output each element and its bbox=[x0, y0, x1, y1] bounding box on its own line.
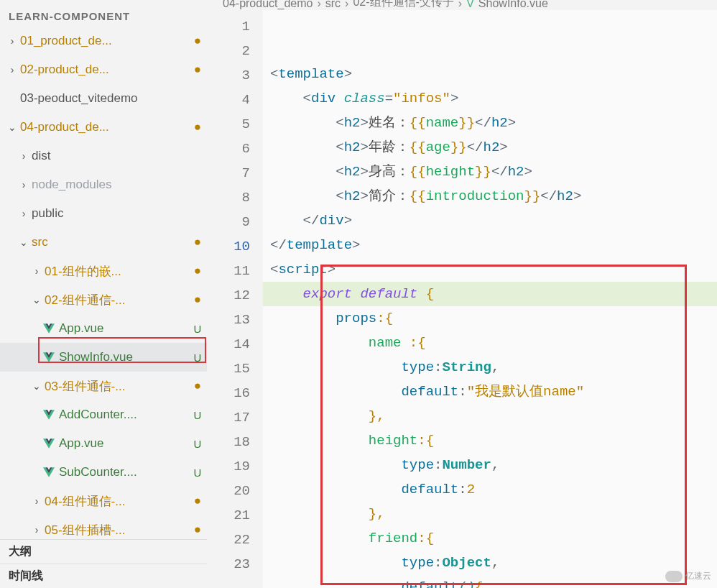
breadcrumb-item[interactable]: 02-组件通信-父传子 bbox=[353, 0, 453, 10]
line-number: 3 bbox=[207, 63, 263, 88]
file-item[interactable]: SubCounter....U bbox=[0, 458, 207, 487]
chevron-down-icon[interactable]: ⌄ bbox=[6, 121, 19, 133]
git-status-badge: U bbox=[188, 467, 207, 479]
line-number: 17 bbox=[207, 405, 263, 430]
code-token: export default bbox=[303, 286, 426, 302]
code-line[interactable]: default:"我是默认值name" bbox=[263, 380, 717, 404]
chevron-down-icon[interactable]: ⌄ bbox=[30, 294, 43, 306]
git-status-badge: U bbox=[188, 323, 207, 335]
code-line[interactable]: height:{ bbox=[263, 428, 717, 453]
chevron-right-icon[interactable]: › bbox=[17, 179, 30, 190]
code-token: < bbox=[336, 139, 343, 155]
code-line[interactable]: }, bbox=[263, 502, 717, 526]
chevron-down-icon[interactable]: ⌄ bbox=[30, 380, 43, 392]
tree-item-label: 03-组件通信-... bbox=[43, 378, 188, 395]
code-line[interactable]: default(){ bbox=[263, 575, 717, 588]
folder-item[interactable]: ›dist bbox=[0, 142, 207, 170]
folder-item[interactable]: ⌄src● bbox=[0, 228, 207, 257]
code-token: < bbox=[336, 164, 343, 180]
line-number: 2 bbox=[207, 39, 263, 63]
line-number: 14 bbox=[207, 332, 263, 357]
outline-panel[interactable]: 大纲 bbox=[0, 539, 207, 564]
chevron-right-icon[interactable]: › bbox=[30, 495, 43, 507]
vue-icon bbox=[43, 352, 55, 362]
code-token: default bbox=[401, 482, 458, 497]
folder-item[interactable]: ›05-组件插槽-...● bbox=[0, 515, 207, 539]
timeline-panel[interactable]: 时间线 bbox=[0, 564, 207, 588]
code-token: :{ bbox=[417, 433, 434, 449]
code-line[interactable]: <script> bbox=[263, 257, 717, 282]
chevron-right-icon[interactable]: › bbox=[17, 208, 30, 219]
chevron-right-icon[interactable]: › bbox=[17, 150, 30, 162]
code-token: 身高： bbox=[369, 164, 410, 180]
tree-item-label: src bbox=[30, 235, 188, 249]
line-number: 12 bbox=[207, 283, 263, 308]
breadcrumb-item[interactable]: 04-product_demo bbox=[223, 0, 313, 10]
code-line[interactable]: friend:{ bbox=[263, 526, 717, 551]
line-number: 23 bbox=[207, 552, 263, 576]
code-line[interactable]: <h2>姓名：{{name}}</h2> bbox=[263, 111, 717, 135]
chevron-right-icon[interactable]: › bbox=[6, 64, 19, 75]
folder-item[interactable]: ›node_modules bbox=[0, 170, 207, 199]
code-token: , bbox=[491, 359, 499, 375]
code-line[interactable]: default:2 bbox=[263, 477, 717, 502]
code-line[interactable]: export default { bbox=[263, 282, 717, 306]
code-line[interactable]: <div class="infos"> bbox=[263, 86, 717, 111]
code-line[interactable]: name :{ bbox=[263, 331, 717, 355]
code-token: > bbox=[344, 213, 352, 229]
code-line[interactable]: props:{ bbox=[263, 306, 717, 331]
code-line[interactable]: }, bbox=[263, 404, 717, 428]
breadcrumb: 04-product_demo › src › 02-组件通信-父传子 › V … bbox=[216, 0, 717, 10]
folder-item[interactable]: ›public bbox=[0, 199, 207, 228]
folder-item[interactable]: ⌄02-组件通信-...● bbox=[0, 285, 207, 314]
code-line[interactable]: </div> bbox=[263, 208, 717, 233]
breadcrumb-sep-icon: › bbox=[317, 0, 320, 10]
file-item[interactable]: AddCounter....U bbox=[0, 400, 207, 429]
code-token: < bbox=[270, 66, 278, 82]
code-line[interactable]: <template> bbox=[263, 62, 717, 86]
line-number: 16 bbox=[207, 381, 263, 405]
modified-dot-icon: ● bbox=[188, 235, 207, 249]
code-line[interactable]: </template> bbox=[263, 233, 717, 257]
code-token: > bbox=[524, 164, 532, 180]
code-token: template bbox=[287, 237, 352, 253]
line-number: 6 bbox=[207, 137, 263, 161]
code-token: > bbox=[344, 66, 352, 82]
folder-item[interactable]: ›02-product_de...● bbox=[0, 55, 207, 84]
code-line[interactable]: <h2>简介：{{introduction}}</h2> bbox=[263, 184, 717, 208]
folder-item[interactable]: 03-peoduct_vitedemo bbox=[0, 84, 207, 113]
code-line[interactable]: type:Object, bbox=[263, 551, 717, 575]
chevron-down-icon[interactable]: ⌄ bbox=[17, 236, 30, 248]
folder-item[interactable]: ⌄04-product_de...● bbox=[0, 113, 207, 142]
code-token: introduction bbox=[426, 188, 524, 204]
line-number: 4 bbox=[207, 88, 263, 112]
code-token: , bbox=[491, 457, 499, 473]
chevron-right-icon[interactable]: › bbox=[6, 35, 19, 47]
breadcrumb-item[interactable]: ShowInfo.vue bbox=[478, 0, 548, 10]
file-item[interactable]: App.vueU bbox=[0, 429, 207, 458]
folder-item[interactable]: ›04-组件通信-...● bbox=[0, 487, 207, 515]
folder-item[interactable]: ›01-组件的嵌...● bbox=[0, 257, 207, 285]
code-token: > bbox=[573, 188, 581, 204]
code-line[interactable]: <h2>身高：{{height}}</h2> bbox=[263, 160, 717, 184]
code-area[interactable]: <template> <div class="infos"> <h2>姓名：{{… bbox=[263, 10, 717, 588]
chevron-right-icon[interactable]: › bbox=[30, 265, 43, 277]
folder-item[interactable]: ⌄03-组件通信-...● bbox=[0, 372, 207, 400]
code-token: "infos" bbox=[393, 91, 450, 106]
code-line[interactable]: type:String, bbox=[263, 355, 717, 380]
file-item[interactable]: ShowInfo.vueU bbox=[0, 343, 207, 372]
code-token: h2 bbox=[508, 164, 524, 180]
code-token: > bbox=[450, 91, 458, 106]
code-token: { bbox=[475, 579, 483, 588]
chevron-right-icon[interactable]: › bbox=[30, 524, 43, 536]
code-token: > bbox=[499, 139, 507, 155]
code-token: }} bbox=[524, 188, 540, 204]
code-line[interactable]: type:Number, bbox=[263, 453, 717, 477]
folder-item[interactable]: ›01_product_de...● bbox=[0, 27, 207, 55]
code-editor[interactable]: 1234567891011121314151617181920212223 <t… bbox=[207, 10, 717, 588]
code-line[interactable]: <h2>年龄：{{age}}</h2> bbox=[263, 135, 717, 160]
code-token: {{ bbox=[410, 139, 426, 155]
line-number: 15 bbox=[207, 357, 263, 381]
file-item[interactable]: App.vueU bbox=[0, 314, 207, 343]
breadcrumb-item[interactable]: src bbox=[325, 0, 341, 10]
